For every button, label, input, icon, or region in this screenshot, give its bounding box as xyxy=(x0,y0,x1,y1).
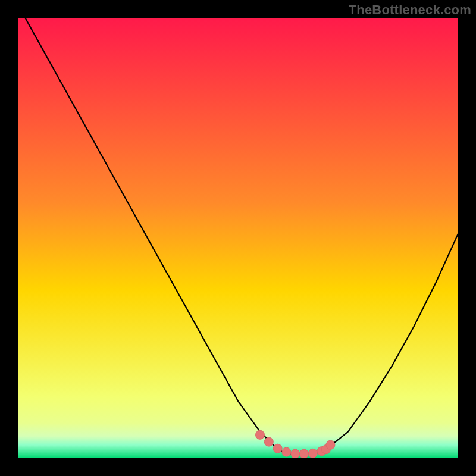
marker-dot xyxy=(308,449,317,458)
marker-dot xyxy=(256,430,265,439)
bottleneck-chart xyxy=(18,18,458,458)
marker-dot xyxy=(273,444,282,453)
gradient-background xyxy=(18,18,458,458)
plot-area xyxy=(18,18,458,458)
chart-frame: TheBottleneck.com xyxy=(0,0,476,476)
marker-dot xyxy=(282,447,291,456)
attribution-label: TheBottleneck.com xyxy=(349,2,471,18)
marker-dot xyxy=(326,440,335,449)
marker-dot xyxy=(300,449,309,458)
marker-dot xyxy=(264,437,273,446)
marker-dot xyxy=(291,449,300,458)
